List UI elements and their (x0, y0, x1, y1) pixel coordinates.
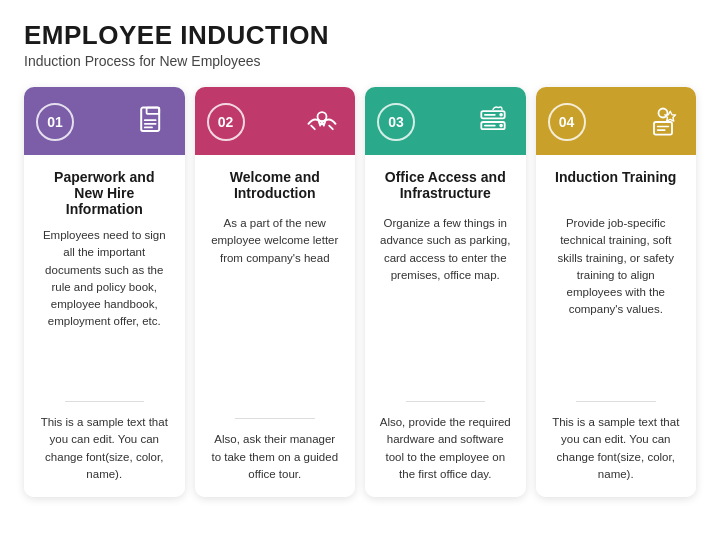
cards-row: 01 Paperwork and New Hire Information Em… (24, 87, 696, 497)
card-1-desc: Employees need to sign all the important… (38, 227, 171, 383)
card-4-body: Induction Training Provide job-specific … (536, 155, 697, 497)
page-subtitle: Induction Process for New Employees (24, 53, 696, 69)
card-1-extra: This is a sample text that you can edit.… (38, 414, 171, 483)
page-title: EMPLOYEE INDUCTION (24, 20, 696, 51)
card-1-number: 01 (36, 103, 74, 141)
card-2-extra: Also, ask their manager to take them on … (209, 431, 342, 483)
server-icon (472, 101, 514, 143)
card-4-extra: This is a sample text that you can edit.… (550, 414, 683, 483)
card-1-body: Paperwork and New Hire Information Emplo… (24, 155, 185, 497)
card-paperwork: 01 Paperwork and New Hire Information Em… (24, 87, 185, 497)
document-icon (131, 101, 173, 143)
card-welcome: 02 Welcome and Introduction As a part of… (195, 87, 356, 497)
card-2-body: Welcome and Introduction As a part of th… (195, 155, 356, 497)
card-3-extra: Also, provide the required hardware and … (379, 414, 512, 483)
card-3-title: Office Access and Infrastructure (379, 169, 512, 205)
card-4-number: 04 (548, 103, 586, 141)
card-2-header: 02 (195, 87, 356, 155)
svg-rect-13 (654, 122, 672, 135)
card-4-divider (576, 401, 656, 402)
card-1-divider (65, 401, 145, 402)
card-3-body: Office Access and Infrastructure Organiz… (365, 155, 526, 497)
training-icon (642, 101, 684, 143)
card-3-divider (406, 401, 486, 402)
svg-point-5 (318, 112, 327, 121)
card-3-desc: Organize a few things in advance such as… (379, 215, 512, 383)
card-4-title: Induction Training (550, 169, 683, 205)
card-3-number: 03 (377, 103, 415, 141)
card-3-header: 03 (365, 87, 526, 155)
svg-point-8 (499, 113, 503, 117)
card-2-desc: As a part of the new employee welcome le… (209, 215, 342, 400)
card-2-number: 02 (207, 103, 245, 141)
card-2-title: Welcome and Introduction (209, 169, 342, 205)
card-1-header: 01 (24, 87, 185, 155)
handshake-icon (301, 101, 343, 143)
card-4-desc: Provide job-specific technical training,… (550, 215, 683, 383)
card-1-title: Paperwork and New Hire Information (38, 169, 171, 217)
card-office-access: 03 Office Access and Infrastructure Orga… (365, 87, 526, 497)
svg-point-9 (499, 124, 503, 128)
card-4-header: 04 (536, 87, 697, 155)
card-induction-training: 04 Induction Training Provide job-specif… (536, 87, 697, 497)
card-2-divider (235, 418, 315, 419)
